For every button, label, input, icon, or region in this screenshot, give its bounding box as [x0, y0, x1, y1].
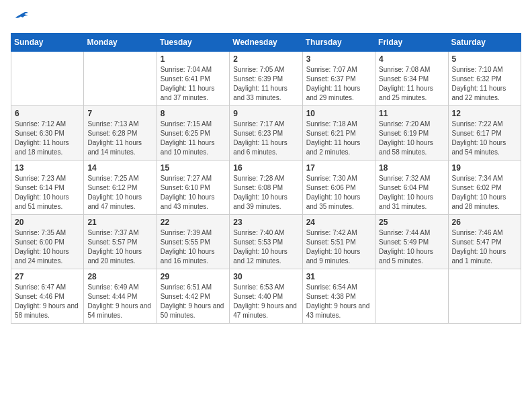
day-number: 31 — [306, 272, 371, 281]
logo — [11, 11, 28, 28]
calendar-cell — [84, 52, 157, 106]
day-info: Sunrise: 7:37 AM Sunset: 5:57 PM Dayligh… — [87, 228, 152, 266]
logo-text — [11, 11, 28, 28]
day-number: 3 — [306, 54, 371, 64]
day-info: Sunrise: 7:04 AM Sunset: 6:41 PM Dayligh… — [161, 65, 226, 103]
calendar-cell: 21Sunrise: 7:37 AM Sunset: 5:57 PM Dayli… — [84, 215, 157, 269]
calendar-cell: 2Sunrise: 7:05 AM Sunset: 6:39 PM Daylig… — [230, 52, 302, 106]
calendar-cell: 8Sunrise: 7:15 AM Sunset: 6:25 PM Daylig… — [157, 106, 229, 161]
day-number: 25 — [379, 218, 444, 227]
day-number: 12 — [452, 109, 517, 118]
calendar-week-5: 27Sunrise: 6:47 AM Sunset: 4:46 PM Dayli… — [11, 269, 521, 324]
day-number: 22 — [161, 218, 226, 227]
calendar-cell: 31Sunrise: 6:54 AM Sunset: 4:38 PM Dayli… — [302, 269, 375, 324]
calendar-cell: 1Sunrise: 7:04 AM Sunset: 6:41 PM Daylig… — [157, 52, 229, 106]
calendar-week-4: 20Sunrise: 7:35 AM Sunset: 6:00 PM Dayli… — [11, 215, 521, 269]
calendar-cell: 12Sunrise: 7:22 AM Sunset: 6:17 PM Dayli… — [448, 106, 521, 161]
calendar-cell: 18Sunrise: 7:32 AM Sunset: 6:04 PM Dayli… — [375, 161, 448, 215]
day-info: Sunrise: 7:13 AM Sunset: 6:28 PM Dayligh… — [87, 120, 152, 157]
calendar-table: SundayMondayTuesdayWednesdayThursdayFrid… — [11, 33, 521, 324]
day-number: 19 — [452, 163, 517, 173]
day-number: 15 — [161, 163, 226, 173]
calendar-cell: 9Sunrise: 7:17 AM Sunset: 6:23 PM Daylig… — [230, 106, 302, 161]
calendar-cell: 15Sunrise: 7:27 AM Sunset: 6:10 PM Dayli… — [157, 161, 229, 215]
day-info: Sunrise: 7:34 AM Sunset: 6:02 PM Dayligh… — [452, 174, 517, 212]
day-info: Sunrise: 7:05 AM Sunset: 6:39 PM Dayligh… — [233, 65, 298, 103]
day-info: Sunrise: 7:07 AM Sunset: 6:37 PM Dayligh… — [306, 65, 371, 103]
day-info: Sunrise: 7:39 AM Sunset: 5:55 PM Dayligh… — [161, 228, 226, 266]
day-number: 24 — [306, 218, 371, 227]
calendar-cell: 29Sunrise: 6:51 AM Sunset: 4:42 PM Dayli… — [157, 269, 229, 324]
day-number: 21 — [87, 218, 152, 227]
calendar-cell: 30Sunrise: 6:53 AM Sunset: 4:40 PM Dayli… — [230, 269, 302, 324]
calendar-cell: 25Sunrise: 7:44 AM Sunset: 5:49 PM Dayli… — [375, 215, 448, 269]
day-info: Sunrise: 7:30 AM Sunset: 6:06 PM Dayligh… — [306, 174, 371, 212]
day-number: 5 — [452, 54, 517, 64]
day-info: Sunrise: 7:27 AM Sunset: 6:10 PM Dayligh… — [161, 174, 226, 212]
day-number: 9 — [233, 109, 298, 118]
day-number: 10 — [306, 109, 371, 118]
calendar-week-3: 13Sunrise: 7:23 AM Sunset: 6:14 PM Dayli… — [11, 161, 521, 215]
calendar-cell: 26Sunrise: 7:46 AM Sunset: 5:47 PM Dayli… — [448, 215, 521, 269]
calendar-header-row: SundayMondayTuesdayWednesdayThursdayFrid… — [11, 34, 521, 52]
day-info: Sunrise: 7:46 AM Sunset: 5:47 PM Dayligh… — [452, 228, 517, 266]
day-header-wednesday: Wednesday — [230, 34, 302, 52]
day-info: Sunrise: 6:47 AM Sunset: 4:46 PM Dayligh… — [15, 283, 80, 320]
day-number: 27 — [15, 272, 80, 281]
day-number: 14 — [87, 163, 152, 173]
day-number: 23 — [233, 218, 298, 227]
day-number: 18 — [379, 163, 444, 173]
calendar-cell: 24Sunrise: 7:42 AM Sunset: 5:51 PM Dayli… — [302, 215, 375, 269]
calendar-cell: 20Sunrise: 7:35 AM Sunset: 6:00 PM Dayli… — [11, 215, 84, 269]
calendar-cell: 27Sunrise: 6:47 AM Sunset: 4:46 PM Dayli… — [11, 269, 84, 324]
calendar-cell: 4Sunrise: 7:08 AM Sunset: 6:34 PM Daylig… — [375, 52, 448, 106]
day-info: Sunrise: 7:23 AM Sunset: 6:14 PM Dayligh… — [15, 174, 80, 212]
day-header-saturday: Saturday — [448, 34, 521, 52]
day-info: Sunrise: 7:12 AM Sunset: 6:30 PM Dayligh… — [15, 120, 80, 157]
day-info: Sunrise: 7:15 AM Sunset: 6:25 PM Dayligh… — [161, 120, 226, 157]
calendar-cell: 3Sunrise: 7:07 AM Sunset: 6:37 PM Daylig… — [302, 52, 375, 106]
day-info: Sunrise: 6:49 AM Sunset: 4:44 PM Dayligh… — [87, 283, 152, 320]
calendar-cell: 22Sunrise: 7:39 AM Sunset: 5:55 PM Dayli… — [157, 215, 229, 269]
calendar-cell — [11, 52, 84, 106]
calendar-cell: 11Sunrise: 7:20 AM Sunset: 6:19 PM Dayli… — [375, 106, 448, 161]
day-number: 28 — [87, 272, 152, 281]
day-info: Sunrise: 7:32 AM Sunset: 6:04 PM Dayligh… — [379, 174, 444, 212]
day-number: 29 — [161, 272, 226, 281]
day-info: Sunrise: 6:53 AM Sunset: 4:40 PM Dayligh… — [233, 283, 298, 320]
day-info: Sunrise: 7:17 AM Sunset: 6:23 PM Dayligh… — [233, 120, 298, 157]
day-header-thursday: Thursday — [302, 34, 375, 52]
calendar-cell: 23Sunrise: 7:40 AM Sunset: 5:53 PM Dayli… — [230, 215, 302, 269]
day-info: Sunrise: 6:51 AM Sunset: 4:42 PM Dayligh… — [161, 283, 226, 320]
day-number: 16 — [233, 163, 298, 173]
day-info: Sunrise: 7:08 AM Sunset: 6:34 PM Dayligh… — [379, 65, 444, 103]
calendar-week-1: 1Sunrise: 7:04 AM Sunset: 6:41 PM Daylig… — [11, 52, 521, 106]
calendar-cell: 28Sunrise: 6:49 AM Sunset: 4:44 PM Dayli… — [84, 269, 157, 324]
day-header-tuesday: Tuesday — [157, 34, 229, 52]
day-number: 7 — [87, 109, 152, 118]
day-number: 4 — [379, 54, 444, 64]
day-header-friday: Friday — [375, 34, 448, 52]
day-info: Sunrise: 7:25 AM Sunset: 6:12 PM Dayligh… — [87, 174, 152, 212]
calendar-cell: 16Sunrise: 7:28 AM Sunset: 6:08 PM Dayli… — [230, 161, 302, 215]
calendar-cell: 5Sunrise: 7:10 AM Sunset: 6:32 PM Daylig… — [448, 52, 521, 106]
day-number: 6 — [15, 109, 80, 118]
day-info: Sunrise: 7:18 AM Sunset: 6:21 PM Dayligh… — [306, 120, 371, 157]
calendar-cell — [448, 269, 521, 324]
day-number: 26 — [452, 218, 517, 227]
calendar-cell: 17Sunrise: 7:30 AM Sunset: 6:06 PM Dayli… — [302, 161, 375, 215]
day-info: Sunrise: 7:22 AM Sunset: 6:17 PM Dayligh… — [452, 120, 517, 157]
page-header — [11, 11, 521, 28]
day-number: 11 — [379, 109, 444, 118]
day-info: Sunrise: 7:40 AM Sunset: 5:53 PM Dayligh… — [233, 228, 298, 266]
calendar-cell: 7Sunrise: 7:13 AM Sunset: 6:28 PM Daylig… — [84, 106, 157, 161]
calendar-cell — [375, 269, 448, 324]
day-info: Sunrise: 6:54 AM Sunset: 4:38 PM Dayligh… — [306, 283, 371, 320]
day-info: Sunrise: 7:44 AM Sunset: 5:49 PM Dayligh… — [379, 228, 444, 266]
calendar-cell: 13Sunrise: 7:23 AM Sunset: 6:14 PM Dayli… — [11, 161, 84, 215]
day-number: 1 — [161, 54, 226, 64]
day-info: Sunrise: 7:28 AM Sunset: 6:08 PM Dayligh… — [233, 174, 298, 212]
logo-bird-icon — [12, 11, 28, 24]
calendar-cell: 10Sunrise: 7:18 AM Sunset: 6:21 PM Dayli… — [302, 106, 375, 161]
calendar-cell: 14Sunrise: 7:25 AM Sunset: 6:12 PM Dayli… — [84, 161, 157, 215]
